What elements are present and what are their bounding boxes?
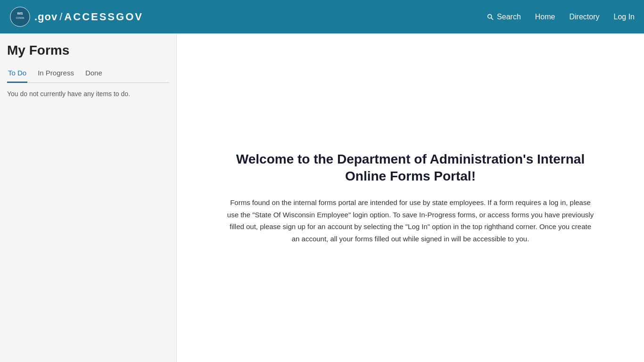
tab-done[interactable]: Done [84, 65, 103, 83]
login-nav-link[interactable]: Log In [614, 13, 635, 21]
home-nav-link[interactable]: Home [535, 13, 555, 21]
svg-line-4 [491, 17, 493, 19]
search-icon [487, 13, 494, 21]
welcome-section: Welcome to the Department of Administrat… [198, 132, 623, 264]
main-layout: My Forms To Do In Progress Done You do n… [0, 33, 644, 362]
logo-text: .gov / ACCESSGOV [34, 11, 143, 23]
home-nav-label: Home [535, 13, 555, 21]
tab-inprogress[interactable]: In Progress [37, 65, 75, 83]
sidebar: My Forms To Do In Progress Done You do n… [0, 33, 177, 362]
svg-text:CONSIN: CONSIN [16, 17, 25, 19]
main-header: WIS CONSIN .gov / ACCESSGOV Search Home … [0, 0, 644, 33]
logo-gov: .gov [34, 11, 58, 23]
svg-point-3 [488, 14, 492, 18]
directory-nav-label: Directory [570, 13, 600, 21]
login-nav-label: Log In [614, 13, 635, 21]
welcome-body: Forms found on the internal forms portal… [227, 197, 594, 245]
svg-text:WIS: WIS [17, 12, 23, 15]
search-nav-link[interactable]: Search [487, 13, 521, 21]
tab-todo[interactable]: To Do [7, 65, 27, 83]
welcome-title: Welcome to the Department of Administrat… [227, 151, 594, 185]
main-nav: Search Home Directory Log In [487, 13, 635, 21]
logo-access: ACCESSGOV [64, 11, 143, 23]
logo-separator: / [59, 11, 62, 23]
empty-message: You do not currently have any items to d… [7, 90, 169, 98]
content-area: Welcome to the Department of Administrat… [177, 33, 644, 362]
directory-nav-link[interactable]: Directory [570, 13, 600, 21]
wisconsin-state-icon: WIS CONSIN [9, 6, 31, 27]
search-nav-label: Search [497, 13, 521, 21]
page-title: My Forms [7, 43, 169, 58]
logo-area[interactable]: WIS CONSIN .gov / ACCESSGOV [9, 6, 143, 27]
tabs-container: To Do In Progress Done [7, 65, 169, 83]
